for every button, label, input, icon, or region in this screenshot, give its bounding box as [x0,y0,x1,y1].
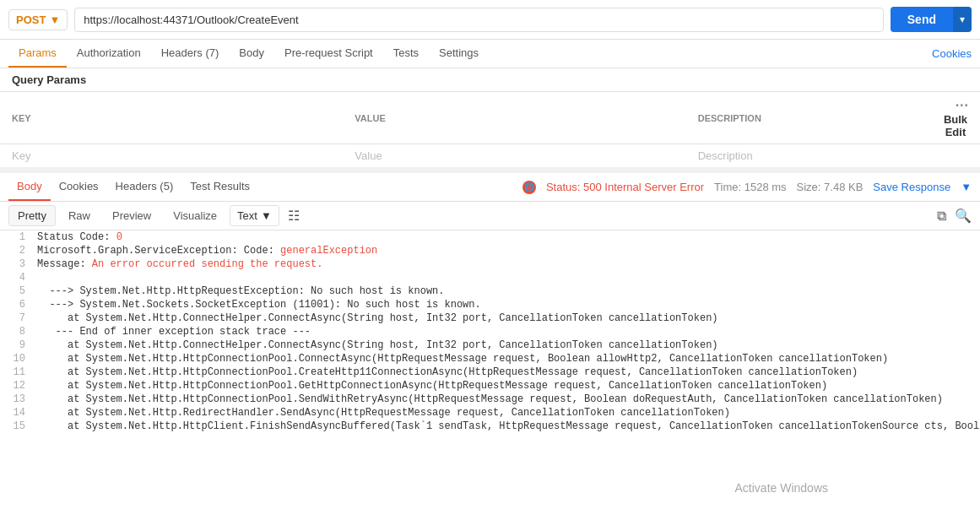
resp-tab-test-results[interactable]: Test Results [181,173,258,201]
copy-button[interactable]: ⧉ [937,209,946,224]
code-line-2: 2 Microsoft.Graph.ServiceException: Code… [0,244,980,257]
more-options-icon[interactable]: ⋯ [955,98,968,112]
col-header-description: DESCRIPTION [686,92,931,144]
filter-icon[interactable]: ☷ [288,208,300,224]
col-header-key: KEY [0,92,343,144]
code-line-14: 14 at System.Net.Http.RedirectHandler.Se… [0,406,980,420]
value-placeholder[interactable]: Value [343,144,685,168]
code-line-7: 7 at System.Net.Http.ConnectHelper.Conne… [0,311,980,325]
status-globe-icon: 🌐 [522,181,536,194]
text-type-dropdown[interactable]: Text ▼ [230,205,279,226]
method-select[interactable]: POST ▼ [8,9,68,30]
code-line-3: 3 Message: An error occurred sending the… [0,257,980,271]
col-header-actions: ⋯ Bulk Edit [931,92,980,144]
fmt-tab-preview[interactable]: Preview [103,205,160,226]
text-type-dropdown-icon: ▼ [261,209,272,222]
tab-authorization[interactable]: Authorization [67,40,151,68]
code-line-8: 8 --- End of inner exception stack trace… [0,325,980,339]
format-tabs-bar: Pretty Raw Preview Visualize Text ▼ ☷ ⧉ … [0,202,980,230]
activate-windows-watermark: Activate Windows [735,481,828,495]
code-line-13: 13 at System.Net.Http.HttpConnectionPool… [0,393,980,406]
save-response-button[interactable]: Save Response [873,181,950,193]
query-params-section: Query Params KEY VALUE DESCRIPTION ⋯ Bul… [0,68,980,168]
code-line-4: 4 [0,271,980,284]
col-header-value: VALUE [343,92,685,144]
tab-tests[interactable]: Tests [383,40,429,68]
status-text: Status: 500 Internal Server Error [546,181,704,193]
response-tabs-bar: Body Cookies Headers (5) Test Results 🌐 … [0,173,980,202]
resp-tab-headers[interactable]: Headers (5) [107,173,182,201]
request-tabs: Params Authorization Headers (7) Body Pr… [0,40,980,68]
fmt-tab-raw[interactable]: Raw [59,205,100,226]
tab-body[interactable]: Body [229,40,274,68]
code-line-15: 15 at System.Net.Http.HttpClient.FinishS… [0,420,980,433]
response-section: Body Cookies Headers (5) Test Results 🌐 … [0,168,980,441]
code-line-11: 11 at System.Net.Http.HttpConnectionPool… [0,366,980,379]
tab-params[interactable]: Params [8,40,67,68]
tab-settings[interactable]: Settings [429,40,489,68]
code-line-12: 12 at System.Net.Http.HttpConnectionPool… [0,379,980,393]
tab-headers[interactable]: Headers (7) [151,40,230,68]
send-button-group: Send ▾ [891,7,972,32]
query-params-title: Query Params [0,68,980,91]
response-size: Size: 7.48 KB [797,181,864,193]
code-line-1: 1 Status Code: 0 [0,230,980,244]
code-line-6: 6 ---> System.Net.Sockets.SocketExceptio… [0,298,980,311]
response-time: Time: 1528 ms [714,181,787,193]
row-actions [931,144,980,168]
resp-tab-body[interactable]: Body [8,173,51,201]
response-code-area[interactable]: 1 Status Code: 0 2 Microsoft.Graph.Servi… [0,230,980,441]
send-dropdown-button[interactable]: ▾ [953,7,972,32]
params-placeholder-row: Key Value Description [0,144,980,168]
text-type-label: Text [237,209,257,222]
code-line-5: 5 ---> System.Net.Http.HttpRequestExcept… [0,284,980,298]
bulk-edit-button[interactable]: Bulk Edit [943,113,968,138]
method-label: POST [16,14,46,26]
search-button[interactable]: 🔍 [955,208,972,224]
send-button[interactable]: Send [891,7,953,32]
fmt-tab-visualize[interactable]: Visualize [164,205,226,226]
format-actions: ⧉ 🔍 [937,208,972,224]
cookies-link[interactable]: Cookies [932,47,972,60]
url-input[interactable] [74,8,883,32]
top-bar: POST ▼ Send ▾ [0,0,980,40]
fmt-tab-pretty[interactable]: Pretty [8,205,56,226]
key-placeholder[interactable]: Key [0,144,343,168]
tab-pre-request-script[interactable]: Pre-request Script [274,40,383,68]
code-line-10: 10 at System.Net.Http.HttpConnectionPool… [0,352,980,366]
save-response-dropdown-icon[interactable]: ▼ [961,181,972,193]
description-placeholder[interactable]: Description [686,144,931,168]
code-line-9: 9 at System.Net.Http.ConnectHelper.Conne… [0,339,980,352]
method-dropdown-icon: ▼ [49,14,60,26]
resp-tab-cookies[interactable]: Cookies [51,173,107,201]
params-table: KEY VALUE DESCRIPTION ⋯ Bulk Edit Key Va… [0,91,980,168]
status-info: 🌐 Status: 500 Internal Server Error Time… [522,181,972,194]
